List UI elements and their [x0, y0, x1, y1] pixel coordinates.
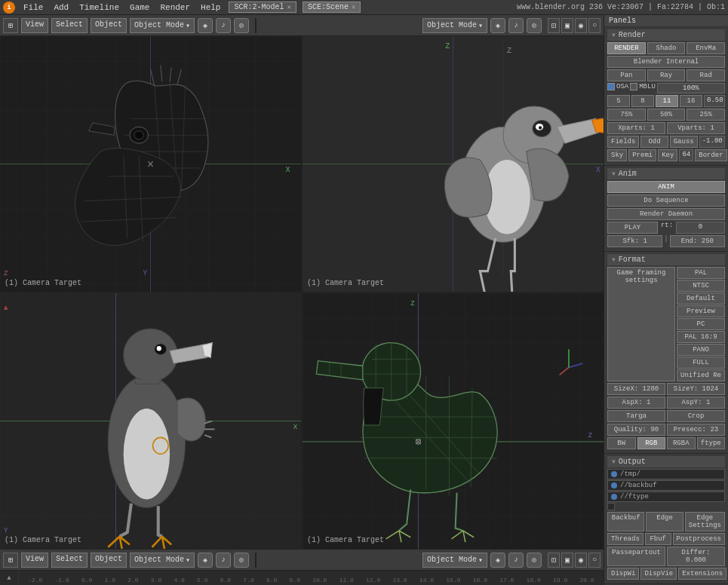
audio-icon[interactable]: ♪: [216, 18, 231, 33]
pc-button[interactable]: PC: [677, 318, 725, 330]
presecc-button[interactable]: Presecc: 23: [667, 424, 725, 436]
threads-button[interactable]: Threads: [607, 533, 644, 545]
edge-settings-button[interactable]: Edge Settings: [685, 512, 725, 531]
crop-button[interactable]: Crop: [667, 410, 725, 422]
pano-button[interactable]: PANO: [677, 344, 725, 356]
pan-button[interactable]: Pan: [607, 69, 646, 81]
gauss-val-field[interactable]: -1.00: [699, 136, 725, 148]
dispvie-button[interactable]: DispVie: [640, 568, 677, 580]
aspy-button[interactable]: AspY: 1: [667, 397, 725, 409]
bottom-view-button[interactable]: View: [21, 553, 48, 568]
full-button[interactable]: FULL: [677, 357, 725, 369]
anim-button[interactable]: ANIM: [607, 181, 725, 193]
mode-dropdown-2[interactable]: Object Mode ▾: [422, 18, 487, 33]
sfk-button[interactable]: Sfk: 1: [607, 235, 662, 247]
bottom-camera-2-icon[interactable]: ⊙: [527, 553, 542, 568]
fields-button[interactable]: Fields: [607, 136, 639, 148]
menu-file[interactable]: File: [21, 3, 45, 12]
bw-button[interactable]: BW: [607, 437, 636, 449]
wire-icon[interactable]: ○: [588, 18, 601, 33]
dispwi-button[interactable]: DispWi: [607, 568, 639, 580]
sizex-button[interactable]: SizeX: 1280: [607, 383, 665, 395]
render-button[interactable]: RENDER: [607, 42, 646, 54]
osa-11-button[interactable]: 11: [656, 95, 678, 107]
audio-icon-2[interactable]: ♪: [508, 18, 524, 33]
rt-val-field[interactable]: 0: [676, 222, 725, 234]
gauss-button[interactable]: Gauss: [670, 136, 698, 148]
osa-checkbox[interactable]: [607, 83, 615, 90]
shado-button[interactable]: Shado: [647, 42, 686, 54]
backbuf-path-field[interactable]: //backbuf: [607, 480, 725, 491]
timeline-content[interactable]: -2.0 -1.0 0.0 1.0 2.0 3.0 4.0 5.0 6.0 7.…: [19, 571, 604, 585]
xparts-button[interactable]: Xparts: 1: [607, 122, 665, 134]
bottom-camera-icon[interactable]: ⊙: [234, 553, 249, 568]
pct-25-button[interactable]: 25%: [687, 109, 725, 121]
osa-8-button[interactable]: 8: [631, 95, 654, 107]
format-section-header[interactable]: ▼ Format: [607, 254, 725, 265]
preview-button[interactable]: Preview: [677, 305, 725, 317]
end-button[interactable]: End: 250: [670, 235, 725, 247]
bottom-audio-2-icon[interactable]: ♪: [508, 553, 524, 568]
toggle-icon[interactable]: ⊡: [548, 18, 560, 33]
pct-field[interactable]: 100%: [657, 83, 725, 93]
backbuf-button[interactable]: Backbuf: [607, 512, 644, 531]
vparts-button[interactable]: Vparts: 1: [667, 122, 725, 134]
bottom-solid-icon[interactable]: ◉: [575, 553, 587, 568]
premi-button[interactable]: Premi: [628, 149, 656, 161]
menu-add[interactable]: Add: [51, 3, 71, 12]
viewport-top-right[interactable]: Z: [303, 36, 604, 292]
do-sequence-button[interactable]: Do Sequence: [607, 194, 725, 207]
camera-icon[interactable]: ⊙: [234, 18, 249, 33]
tab2-close-icon[interactable]: ✕: [352, 3, 355, 11]
rgb-button[interactable]: RGB: [637, 437, 666, 449]
rgba-button[interactable]: RGBA: [667, 437, 696, 449]
mode-dropdown[interactable]: Object Mode ▾: [130, 18, 195, 33]
viewport-bottom-right[interactable]: Z Z: [303, 293, 604, 549]
postprocess-button[interactable]: Postprocess: [673, 533, 725, 545]
blender-internal-button[interactable]: Blender Internal: [607, 56, 725, 68]
menu-game[interactable]: Game: [127, 3, 152, 12]
solid-icon[interactable]: ◉: [575, 18, 587, 33]
bottom-toggle-icon[interactable]: ⊡: [548, 553, 560, 568]
envma-button[interactable]: EnvMa: [687, 42, 725, 54]
aspx-button[interactable]: AspX: 1: [607, 397, 665, 409]
select-button[interactable]: Select: [51, 18, 88, 33]
render-daemon-button[interactable]: Render Daemon: [607, 208, 725, 220]
extensions-button[interactable]: Extensions: [678, 568, 726, 580]
pct-75-button[interactable]: 75%: [607, 109, 646, 121]
bottom-mesh-2-icon[interactable]: ◈: [490, 553, 505, 568]
toolbar-grid-icon[interactable]: ⊞: [3, 18, 18, 33]
camera-icon-2[interactable]: ⊙: [527, 18, 542, 33]
tmp-path-field[interactable]: /tmp/: [607, 469, 725, 479]
render-section-header[interactable]: ▼ Render: [607, 29, 725, 41]
play-button[interactable]: PLAY: [607, 222, 658, 234]
bottom-mesh-icon[interactable]: ◈: [198, 553, 213, 568]
fbuf-button[interactable]: Fbuf: [645, 533, 671, 545]
anim-section-header[interactable]: ▼ Anim: [607, 168, 725, 179]
tab1-close-icon[interactable]: ✕: [287, 3, 290, 11]
bottom-wire-icon[interactable]: ○: [588, 553, 601, 568]
menu-timeline[interactable]: Timeline: [77, 3, 121, 12]
rad-button[interactable]: Rad: [687, 69, 725, 81]
bottom-grid-icon[interactable]: ⊞: [3, 553, 18, 568]
viewport-bottom-left[interactable]: Y X ▲ (1) Camera Target: [0, 293, 301, 549]
bottom-draw-icon[interactable]: ▣: [561, 553, 573, 568]
edge-button[interactable]: Edge: [646, 512, 683, 531]
bottom-mode-dropdown-2[interactable]: Object Mode ▾: [422, 553, 487, 568]
bottom-select-button[interactable]: Select: [51, 553, 88, 568]
mblu-checkbox[interactable]: [630, 83, 637, 90]
osa-16-button[interactable]: 16: [680, 95, 702, 107]
quality-button[interactable]: Quality: 90: [607, 424, 665, 436]
game-framing-button[interactable]: Game framing settings: [607, 267, 675, 381]
key-button[interactable]: Key: [658, 149, 677, 161]
odd-button[interactable]: Odd: [640, 136, 668, 148]
pal-button[interactable]: PAL: [677, 267, 725, 279]
menu-help[interactable]: Help: [198, 3, 223, 12]
draw-icon[interactable]: ▣: [561, 18, 573, 33]
output-section-header[interactable]: ▼ Output: [607, 456, 725, 467]
val64-field[interactable]: 64: [679, 149, 693, 161]
viewport-top-left[interactable]: Y X Z (1) Camera Target: [0, 36, 301, 292]
blender-logo[interactable]: i: [3, 2, 15, 14]
sky-button[interactable]: Sky: [607, 149, 627, 161]
pct-50-button[interactable]: 50%: [647, 109, 686, 121]
